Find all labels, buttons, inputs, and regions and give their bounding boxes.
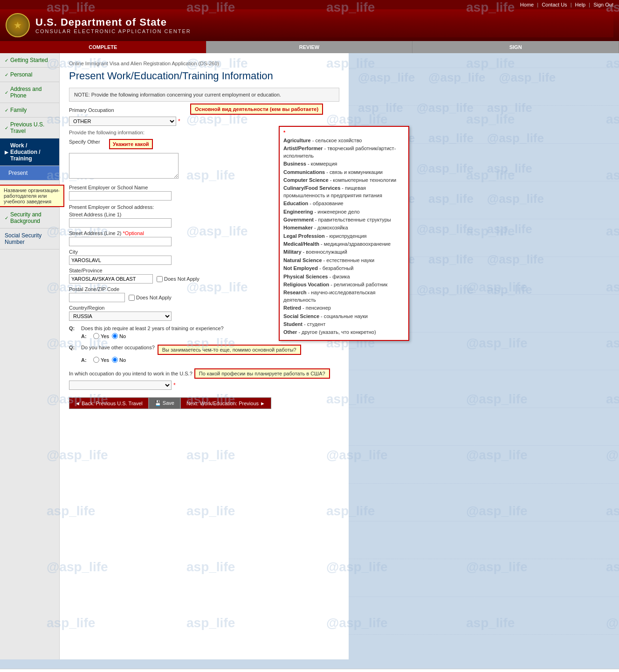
intend-required-star: *: [173, 382, 176, 388]
occ-item-business[interactable]: Business - коммерция: [283, 160, 405, 167]
sidebar-item-social-security[interactable]: Social Security Number: [0, 229, 59, 249]
note-box: NOTE: Provide the following information …: [69, 88, 339, 102]
postal-input[interactable]: [69, 293, 125, 302]
specify-other-textarea[interactable]: [69, 153, 179, 179]
progress-step-review[interactable]: REVIEW: [206, 41, 413, 53]
sidebar-item-previous-us-travel[interactable]: ✓ Previous U.S. Travel: [0, 118, 59, 139]
back-button[interactable]: ◄ Back: Previous U.S. Travel: [69, 397, 149, 409]
save-button[interactable]: 💾 Save: [149, 397, 180, 409]
occ-item-legal[interactable]: Legal Profession - юриспруденция: [283, 233, 405, 240]
sidebar-label-work-education: Work / Education / Training: [10, 142, 55, 162]
page-subtitle: Online Immigrant Visa and Alien Registra…: [69, 61, 339, 66]
employer-name-input[interactable]: [69, 191, 172, 201]
primary-occupation-tooltip: Основной вид деятельности (кем вы работа…: [190, 104, 323, 115]
sidebar-label-getting-started: Getting Started: [10, 57, 48, 63]
country-select[interactable]: RUSSIA: [69, 312, 172, 321]
arrow-icon: ▶: [5, 150, 8, 155]
footer: ★ This site is managed by the Bureau of …: [0, 669, 619, 672]
occ-item-religious[interactable]: Religious Vocation - религиозный работни…: [283, 281, 405, 288]
sidebar-label-social-security: Social Security Number: [5, 232, 55, 245]
postal-does-not-apply-checkbox[interactable]: [129, 295, 135, 301]
q2-yes-label[interactable]: Yes: [93, 357, 109, 363]
occ-item-agriculture[interactable]: Agriculture - сельское хозяйство: [283, 137, 405, 144]
sidebar-item-address-phone[interactable]: ✓ Address and Phone: [0, 82, 59, 103]
intend-label-text: In which occupation do you intend to wor…: [69, 371, 193, 376]
occ-item-medical[interactable]: Medical/Health - медицина/здравоохранени…: [283, 241, 405, 248]
q1-yes-label[interactable]: Yes: [93, 333, 109, 339]
checkmark-icon: ✓: [5, 215, 8, 221]
bottom-navigation: ◄ Back: Previous U.S. Travel 💾 Save Next…: [69, 397, 339, 409]
sidebar-item-family[interactable]: ✓ Family: [0, 103, 59, 118]
sidebar-label-family: Family: [10, 107, 27, 113]
state-input[interactable]: [69, 274, 153, 284]
city-input[interactable]: [69, 256, 172, 265]
q2-no-label[interactable]: No: [112, 357, 126, 363]
help-link[interactable]: Help: [575, 2, 586, 7]
primary-occupation-select[interactable]: OTHER: [69, 117, 176, 126]
page-title: Present Work/Education/Training Informat…: [69, 70, 339, 82]
header-text: U.S. Department of State Consular Electr…: [35, 16, 191, 34]
occ-item-not-employed[interactable]: Not Employed - безработный: [283, 265, 405, 272]
progress-step-complete[interactable]: COMPLETE: [0, 41, 206, 53]
contact-link[interactable]: Contact Us: [542, 2, 567, 7]
occ-item-military[interactable]: Military - военнослужащий: [283, 249, 405, 256]
occ-item-natural-science[interactable]: Natural Science - естественные науки: [283, 257, 405, 264]
sidebar: ✓ Getting Started ✓ Personal ✓ Address a…: [0, 53, 60, 659]
occ-item-research[interactable]: Research - научно-исследовательская деят…: [283, 289, 405, 304]
occ-item-retired[interactable]: Retired - пенсионер: [283, 305, 405, 312]
sidebar-label-previous-us-travel: Previous U.S. Travel: [10, 121, 55, 134]
department-name: U.S. Department of State: [35, 16, 191, 28]
sidebar-item-personal[interactable]: ✓ Personal: [0, 68, 59, 82]
checkmark-icon: ✓: [5, 125, 8, 131]
postal-does-not-apply-label[interactable]: Does Not Apply: [129, 295, 172, 301]
q1-no-label[interactable]: No: [112, 333, 126, 339]
signout-link[interactable]: Sign Out: [593, 2, 613, 7]
street2-input[interactable]: [69, 237, 172, 246]
sidebar-label-address-phone: Address and Phone: [10, 86, 55, 99]
progress-step-sign[interactable]: SIGN: [413, 41, 619, 53]
occ-item-homemaker[interactable]: Homemaker - домохозяйка: [283, 224, 405, 231]
checkmark-icon: ✓: [5, 90, 8, 95]
q1-text: Does this job require at least 2 years o…: [81, 326, 224, 331]
occ-item-artist[interactable]: Artist/Performer - творческий работник/а…: [283, 145, 405, 159]
sidebar-item-getting-started[interactable]: ✓ Getting Started: [0, 53, 59, 68]
q2-yes-radio[interactable]: [93, 357, 99, 363]
next-button[interactable]: Next: Work/Education: Previous ►: [180, 397, 271, 409]
sidebar-item-work-education[interactable]: ▶ Work / Education / Training: [0, 139, 59, 166]
sidebar-item-security-background[interactable]: ✓ Security and Background: [0, 208, 59, 229]
department-subtitle: Consular Electronic Application Center: [35, 28, 191, 34]
q1-no-radio[interactable]: [112, 333, 118, 339]
employer-tooltip: Название организации-работодателя или уч…: [0, 185, 64, 207]
q1-q-label: Q:: [69, 326, 78, 331]
occ-item-other[interactable]: Other - другое (указать, что конкретно): [283, 329, 405, 336]
occ-item-communications[interactable]: Communications - связь и коммуникации: [283, 169, 405, 176]
state-does-not-apply-checkbox[interactable]: [157, 276, 163, 282]
street1-input[interactable]: [69, 218, 172, 228]
intend-select[interactable]: [69, 381, 172, 390]
content-area: Online Immigrant Visa and Alien Registra…: [60, 53, 349, 659]
occ-item-government[interactable]: Government - правительственные структуры: [283, 216, 405, 223]
header-flag-decoration: [191, 13, 613, 37]
street2-optional: *Optional: [123, 230, 144, 236]
occ-item-engineering[interactable]: Engineering - инженерное дело: [283, 208, 405, 215]
q2-a-label: A:: [81, 357, 90, 363]
home-link[interactable]: Home: [520, 2, 534, 7]
sidebar-label-security-background: Security and Background: [10, 211, 55, 224]
occ-item-physical-sciences[interactable]: Physical Sciences - физика: [283, 273, 405, 280]
intend-tooltip: По какой професии вы планируете работать…: [194, 368, 330, 379]
progress-bar: COMPLETE REVIEW SIGN: [0, 41, 619, 53]
occ-item-culinary[interactable]: Culinary/Food Services - пищевая промышл…: [283, 185, 405, 199]
header: ★ U.S. Department of State Consular Elec…: [0, 9, 619, 41]
checkmark-icon: ✓: [5, 72, 8, 77]
checkmark-icon: ✓: [5, 108, 8, 113]
q1-yes-radio[interactable]: [93, 333, 99, 339]
occ-item-computer-science[interactable]: Computer Science - компьютерные технолог…: [283, 177, 405, 184]
occ-item-social-science[interactable]: Social Science - социальные науки: [283, 313, 405, 320]
sidebar-item-present[interactable]: Present: [0, 166, 59, 180]
top-navigation: Home | Contact Us | Help | Sign Out: [0, 0, 619, 9]
state-does-not-apply-label[interactable]: Does Not Apply: [157, 276, 199, 282]
q2-no-radio[interactable]: [112, 357, 118, 363]
occ-item-student[interactable]: Student - студент: [283, 321, 405, 328]
occ-item-education[interactable]: Education - образование: [283, 200, 405, 207]
sidebar-label-present: Present: [8, 170, 28, 176]
